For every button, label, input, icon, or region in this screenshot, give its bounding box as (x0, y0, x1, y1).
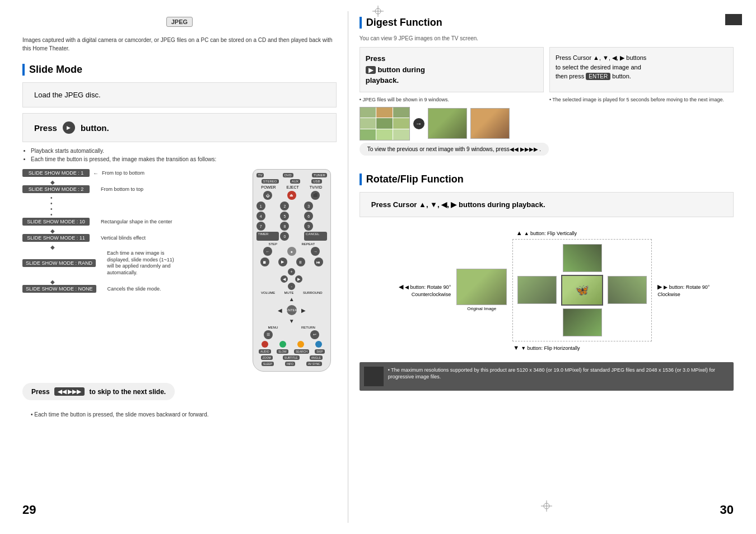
step2-bullets: Playback starts automatically. Each time… (31, 148, 337, 162)
rotate-right-img (608, 276, 647, 304)
rotate-title: Rotate/Flip Function (360, 174, 734, 185)
vol-down[interactable]: - (288, 283, 295, 290)
btn-5[interactable]: 5 (280, 212, 289, 221)
repeat-btn[interactable]: → (311, 247, 320, 256)
next-arrow-icon: → (413, 118, 424, 129)
menu-return-btns: ☰ ↩ (256, 330, 327, 339)
flip-h-img (563, 308, 602, 336)
yellow-btn[interactable] (297, 341, 304, 348)
step1-text: Load the JPEG disc. (34, 91, 101, 99)
eject-label: EJECT (287, 185, 299, 189)
return-btn[interactable]: ↩ (310, 330, 319, 339)
skip-text: to skip to the next slide. (89, 388, 166, 396)
extra10: AV SYNC (306, 362, 322, 366)
rotate-diagram: ▲ ▲ button: Flip Vertically ◀ ◀ button: … (360, 224, 734, 357)
vol-right[interactable]: ▶ (295, 275, 302, 283)
vol-up[interactable]: + (288, 268, 295, 275)
rotate-instruction-box: Press Cursor ▲, ▼, ◀, ▶ buttons during p… (360, 192, 734, 217)
nav-up[interactable]: ▲ (289, 296, 295, 302)
center-butterfly-img: 🦋 (561, 275, 603, 306)
mode-badge-rand: SLIDE SHOW MODE : RAND (22, 259, 96, 267)
extra9: INFO (285, 362, 295, 366)
rotate-right-area: ▶ ▶ button: Rotate 90° Clockwise (657, 283, 728, 297)
nav-down[interactable]: ▼ (289, 318, 295, 324)
btn-6[interactable]: 6 (304, 212, 313, 221)
play-btn[interactable]: ▶ (278, 257, 287, 266)
mode-row-rand: SLIDE SHOW MODE : RAND Each time a new i… (22, 250, 236, 277)
mode-row-1: SLIDE SHOW MODE : 1 ← From top to bottom (22, 169, 236, 177)
original-img (456, 269, 507, 305)
rotate-left-text: ◀ button: Rotate 90° Counterclockwise (405, 284, 451, 297)
step2-box: Press ▶ button. (22, 113, 337, 142)
enter-center-btn[interactable]: ENTER (287, 305, 297, 315)
page-number-left: 29 (22, 503, 36, 517)
extra3: SEARCH (294, 349, 309, 354)
green-btn[interactable] (279, 341, 286, 348)
nav-right[interactable]: ▶ (301, 307, 306, 313)
red-btn[interactable] (262, 341, 268, 348)
blue-btn[interactable] (315, 341, 322, 348)
tvvid-btn[interactable]: ⬛ (311, 191, 320, 200)
btn-3[interactable]: 3 (304, 202, 313, 210)
menu-return-labels: MENU RETURN (256, 326, 327, 329)
cell-9 (393, 129, 409, 140)
left-page: JPEG Images captured with a digital came… (11, 11, 348, 523)
flip-v-img (563, 244, 602, 272)
rotate-inner: 🦋 (517, 244, 647, 336)
dots-area: •••• (50, 195, 236, 218)
btn-4[interactable]: 4 (256, 212, 265, 221)
mode-row-10: SLIDE SHOW MODE : 10 Rectangular shape i… (22, 218, 236, 226)
nav-left[interactable]: ◀ (278, 307, 282, 313)
rotate-left-area: ◀ ◀ button: Rotate 90° Counterclockwise (365, 283, 451, 297)
rew-btn[interactable]: ⏹ (260, 257, 269, 266)
top-crosshair-icon (372, 6, 384, 17)
btn-7[interactable]: 7 (256, 222, 265, 231)
extra-btns-2: ZOOM SUBTITLE ANGLE (256, 355, 327, 360)
step2-enter-btn: ENTER (586, 73, 610, 80)
cell-2 (376, 107, 393, 118)
top-crosshair (372, 6, 384, 17)
cancel-btn[interactable]: CANCEL (304, 232, 327, 241)
mute-label: MUTE (284, 291, 294, 294)
step2-button-txt: button. (612, 73, 631, 79)
btn-8[interactable]: 8 (280, 222, 289, 231)
spacer (290, 330, 294, 339)
repeat-label: REPEAT (301, 242, 315, 246)
flip-horizontal-label: ▼ ▼ button: Flip Horizontally (513, 344, 580, 351)
btn-1[interactable]: 1 (256, 202, 265, 210)
info-item-1: • JPEG files will be shown in 9 windows. (360, 97, 544, 102)
image-grid (360, 107, 410, 140)
mode-desc-1: From top to bottom (102, 170, 144, 176)
btn-9[interactable]: 9 (304, 222, 313, 231)
mode-badge-none: SLIDE SHOW MODE : NONE (22, 285, 96, 293)
eject-btn[interactable]: ⏏ (287, 191, 296, 200)
enter-btn[interactable]: ● (287, 247, 296, 256)
digest-step1: Press ▶ button duringplayback. (360, 47, 544, 92)
digest-steps: Press ▶ button duringplayback. Press Cur… (360, 47, 734, 92)
extra2: SLOW (277, 349, 288, 354)
mode-desc-11: Vertical blinds effect (101, 235, 146, 241)
flip-v-text: ▲ button: Flip Vertically (524, 231, 577, 236)
menu-btn[interactable]: ☰ (264, 330, 273, 339)
step2-press: Press (34, 123, 57, 133)
cell-5 (376, 118, 393, 129)
mode-row-11: SLIDE SHOW MODE : 11 Vertical blinds eff… (22, 234, 236, 242)
btn-0[interactable]: 0 (280, 232, 289, 241)
step-btn[interactable]: ← (263, 247, 272, 256)
btn-2[interactable]: 2 (280, 202, 289, 210)
timer-btn[interactable]: TIMER (256, 232, 279, 241)
mode-badge-1: SLIDE SHOW MODE : 1 (22, 169, 90, 177)
rotate-left-img (517, 276, 557, 304)
step1-box: Load the JPEG disc. (22, 82, 337, 107)
fwd-btn[interactable]: ⏸ (296, 257, 305, 266)
original-label: Original Image (456, 306, 507, 311)
remote-top-labels: TV DVD TUNER (256, 173, 327, 177)
skip-btn[interactable]: ⏭ (314, 257, 323, 266)
vol-left[interactable]: ◀ (281, 275, 288, 283)
remote-illustration: TV DVD TUNER STEREO AUX USB POWER EJECT (247, 169, 337, 372)
playback-btns: ⏹ ▶ ⏸ ⏭ (256, 257, 327, 266)
diamond-10: ◆ (50, 228, 236, 234)
power-btn[interactable]: ⏻ (263, 191, 272, 200)
mode-desc-2: From bottom to top (101, 186, 143, 192)
mode-desc-none: Cancels the slide mode. (108, 286, 161, 292)
